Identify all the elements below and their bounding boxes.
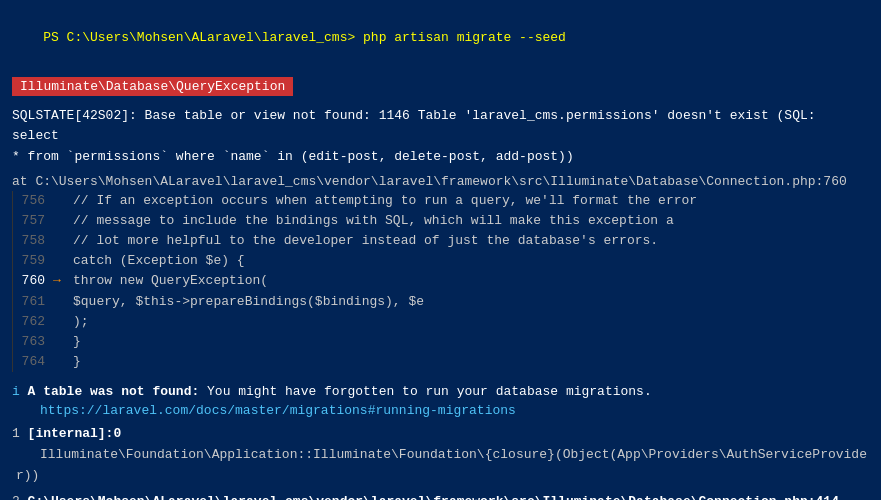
code-content-759: catch (Exception $e) { (69, 251, 245, 271)
hint-icon: i (12, 384, 28, 399)
error-block: SQLSTATE[42S02]: Base table or view not … (12, 106, 869, 168)
stack-detail-1: Illuminate\Foundation\Application::Illum… (12, 445, 869, 466)
line-num-761: 761 (13, 292, 53, 312)
exception-badge: Illuminate\Database\QueryException (12, 77, 293, 96)
code-line-763: 763 } (13, 332, 869, 352)
terminal-window: PS C:\Users\Mohsen\ALaravel\laravel_cms>… (0, 0, 881, 500)
stack-file-2: C:\Users\Mohsen\ALaravel\laravel_cms\ven… (28, 494, 839, 500)
hint-section: i A table was not found: You might have … (12, 382, 869, 418)
code-line-764: 764 } (13, 352, 869, 372)
line-num-764: 764 (13, 352, 53, 372)
stack-item-2-header: 2 C:\Users\Mohsen\ALaravel\laravel_cms\v… (12, 492, 869, 500)
code-line-756: 756 // If an exception occurs when attem… (13, 191, 869, 211)
code-content-761: $query, $this->prepareBindings($bindings… (69, 292, 424, 312)
code-content-757: // message to include the bindings with … (69, 211, 674, 231)
line-num-757: 757 (13, 211, 53, 231)
stack-item-2: 2 C:\Users\Mohsen\ALaravel\laravel_cms\v… (12, 492, 869, 500)
stack-file-1: [internal]:0 (28, 426, 122, 441)
code-line-760: 760 → throw new QueryException( (13, 271, 869, 291)
stack-num-1: 1 (12, 426, 28, 441)
code-line-757: 757 // message to include the bindings w… (13, 211, 869, 231)
line-num-760: 760 (13, 271, 53, 291)
hint-message: You might have forgotten to run your dat… (207, 384, 652, 399)
command-line: PS C:\Users\Mohsen\ALaravel\laravel_cms>… (12, 8, 869, 67)
exception-badge-container: Illuminate\Database\QueryException (12, 71, 869, 102)
code-line-759: 759 catch (Exception $e) { (13, 251, 869, 271)
prompt-prefix: PS C:\Users\Mohsen\ALaravel\laravel_cms>… (43, 30, 566, 45)
stack-detail-1b: r)) (12, 466, 869, 487)
code-content-758: // lot more helpful to the developer ins… (69, 231, 658, 251)
hint-link: https://laravel.com/docs/master/migratio… (40, 403, 516, 418)
code-line-758: 758 // lot more helpful to the developer… (13, 231, 869, 251)
error-line2: * from `permissions` where `name` in (ed… (12, 147, 869, 168)
line-num-759: 759 (13, 251, 53, 271)
code-line-762: 762 ); (13, 312, 869, 332)
code-content-756: // If an exception occurs when attemptin… (69, 191, 697, 211)
stack-item-1-header: 1 [internal]:0 (12, 424, 869, 445)
code-content-762: ); (69, 312, 89, 332)
stack-num-2: 2 (12, 494, 28, 500)
stack-item-1: 1 [internal]:0 Illuminate\Foundation\App… (12, 424, 869, 486)
hint-line: i A table was not found: You might have … (12, 382, 869, 403)
line-num-758: 758 (13, 231, 53, 251)
code-content-764: } (69, 352, 81, 372)
file-path: at C:\Users\Mohsen\ALaravel\laravel_cms\… (12, 174, 869, 189)
code-block: 756 // If an exception occurs when attem… (12, 191, 869, 372)
error-line1: SQLSTATE[42S02]: Base table or view not … (12, 106, 869, 148)
code-content-763: } (69, 332, 81, 352)
hint-link-container: https://laravel.com/docs/master/migratio… (12, 403, 869, 418)
hint-label: A table was not found: (28, 384, 207, 399)
code-content-760: throw new QueryException( (69, 271, 268, 291)
code-line-761: 761 $query, $this->prepareBindings($bind… (13, 292, 869, 312)
line-num-763: 763 (13, 332, 53, 352)
line-num-762: 762 (13, 312, 53, 332)
arrow-indicator: → (53, 271, 69, 291)
line-num-756: 756 (13, 191, 53, 211)
